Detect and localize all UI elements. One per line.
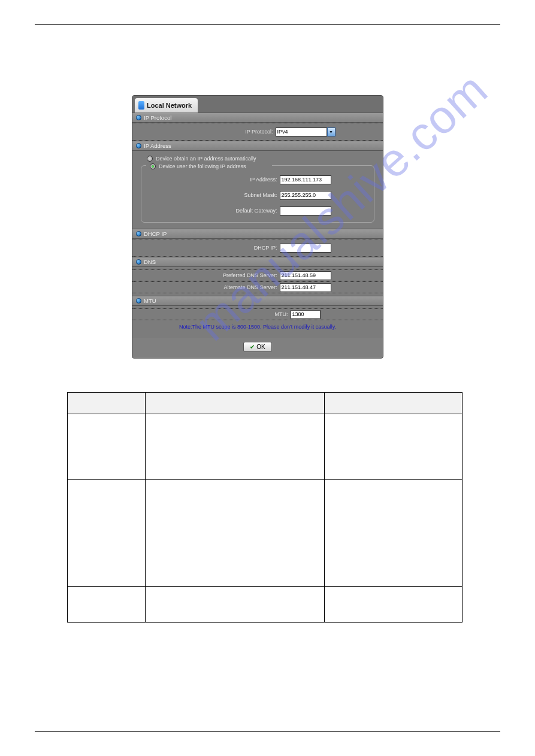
expand-icon — [136, 115, 141, 120]
section-mtu-header[interactable]: MTU — [132, 296, 383, 306]
expand-icon — [136, 298, 141, 303]
dhcp-ip-label: DHCP IP: — [185, 245, 277, 251]
section-title: IP Address — [144, 142, 171, 149]
radio-icon — [150, 163, 156, 169]
section-dhcp-header[interactable]: DHCP IP — [132, 229, 383, 239]
dhcp-ip-input[interactable] — [280, 244, 331, 253]
expand-icon — [136, 231, 141, 236]
section-title: DHCP IP — [144, 230, 167, 237]
table-cell — [325, 587, 463, 623]
table-cell — [68, 480, 146, 587]
default-gateway-label: Default Gateway: — [185, 208, 277, 214]
table-cell — [325, 414, 463, 480]
figure-local-network: Local Network IP Protocol IP Protocol: ▼ — [132, 95, 500, 359]
ok-bar: ✔ OK — [132, 338, 383, 358]
radio-manual-ip[interactable]: Device user the following IP address — [146, 161, 272, 172]
dhcp-body: DHCP IP: — [132, 239, 383, 257]
table-cell — [68, 414, 146, 480]
ip-protocol-label: IP Protocol: — [180, 129, 273, 135]
mtu-note: Note:The MTU scope is 800-1500. Please d… — [132, 320, 383, 336]
table-header — [325, 393, 463, 414]
ip-address-label: IP Address: — [185, 177, 277, 183]
section-ip-protocol-header[interactable]: IP Protocol — [132, 113, 383, 123]
alternate-dns-input[interactable] — [280, 283, 331, 292]
tab-bar: Local Network — [132, 96, 383, 113]
mtu-label: MTU: — [195, 311, 288, 317]
dns-body: Preferred DNS Server: Alternate DNS Serv… — [132, 267, 383, 296]
table-cell — [145, 480, 325, 587]
mtu-body: MTU: Note:The MTU scope is 800-1500. Ple… — [132, 306, 383, 338]
ip-protocol-body: IP Protocol: ▼ — [132, 123, 383, 141]
parameters-table-wrap — [67, 392, 463, 623]
subnet-mask-label: Subnet Mask: — [185, 192, 277, 198]
table-row — [68, 414, 463, 480]
ip-address-input[interactable] — [280, 175, 331, 184]
mtu-input[interactable] — [291, 310, 321, 319]
section-ip-address-header[interactable]: IP Address — [132, 141, 383, 151]
table-cell — [325, 480, 463, 587]
table-cell — [145, 587, 325, 623]
table-header — [68, 393, 146, 414]
section-title: MTU — [144, 297, 156, 304]
expand-icon — [136, 259, 141, 265]
ip-protocol-select[interactable]: ▼ — [276, 127, 335, 136]
page-frame: Local Network IP Protocol IP Protocol: ▼ — [35, 24, 500, 732]
manual-ip-fieldset: Device user the following IP address IP … — [141, 165, 374, 223]
radio-icon — [147, 156, 153, 162]
table-cell — [68, 587, 146, 623]
ip-address-body: Device obtain an IP address automaticall… — [132, 151, 383, 229]
section-dns-header[interactable]: DNS — [132, 257, 383, 267]
ip-protocol-value[interactable] — [276, 127, 327, 136]
network-icon — [138, 101, 144, 110]
section-title: IP Protocol — [144, 114, 171, 121]
subnet-mask-input[interactable] — [280, 191, 331, 200]
parameters-table — [67, 392, 463, 623]
ok-button[interactable]: ✔ OK — [243, 342, 271, 352]
tab-local-network[interactable]: Local Network — [135, 98, 198, 113]
preferred-dns-label: Preferred DNS Server: — [185, 272, 277, 278]
table-header — [145, 393, 325, 414]
radio-label: Device obtain an IP address automaticall… — [156, 156, 256, 162]
chevron-down-icon[interactable]: ▼ — [327, 127, 335, 136]
check-icon: ✔ — [250, 344, 255, 350]
alternate-dns-label: Alternate DNS Server: — [185, 284, 277, 290]
ok-label: OK — [256, 344, 265, 350]
table-row — [68, 587, 463, 623]
section-title: DNS — [144, 259, 156, 265]
default-gateway-input[interactable] — [280, 207, 331, 215]
table-header-row — [68, 393, 463, 414]
radio-label: Device user the following IP address — [159, 163, 246, 169]
local-network-panel: Local Network IP Protocol IP Protocol: ▼ — [132, 95, 383, 359]
preferred-dns-input[interactable] — [280, 271, 331, 280]
table-row — [68, 480, 463, 587]
table-cell — [145, 414, 325, 480]
expand-icon — [136, 143, 141, 148]
tab-label: Local Network — [147, 102, 192, 109]
